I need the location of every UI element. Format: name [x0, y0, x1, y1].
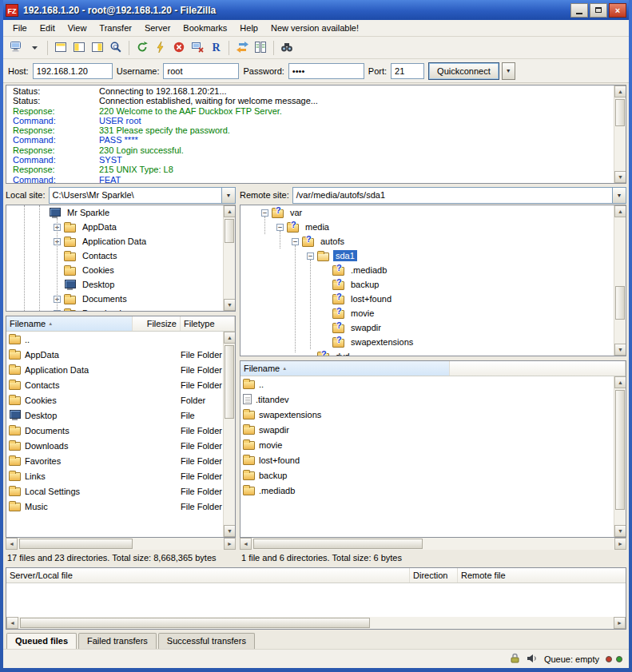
- local-site-combo[interactable]: C:\Users\Mr Sparkle\ ▼: [49, 187, 236, 204]
- tree-item-dvd[interactable]: ?dvd: [240, 349, 626, 356]
- file-row-application-data[interactable]: Application DataFile Folder: [6, 362, 223, 377]
- process-queue-button[interactable]: [152, 39, 169, 57]
- file-row-links[interactable]: LinksFile Folder: [6, 468, 223, 483]
- menu-item-new-version-available[interactable]: New version available!: [264, 21, 365, 35]
- tab-failed-transfers[interactable]: Failed transfers: [78, 633, 157, 649]
- file-row-appdata[interactable]: AppDataFile Folder: [6, 347, 223, 362]
- file-row-desktop[interactable]: DesktopFile: [6, 408, 223, 423]
- column-header-filetype[interactable]: Filetype: [181, 316, 235, 331]
- scroll-track[interactable]: [18, 617, 614, 629]
- file-row-swapextensions[interactable]: swapextensions: [240, 407, 614, 422]
- collapse-icon[interactable]: −: [261, 209, 268, 217]
- file-row-movie[interactable]: movie: [240, 437, 614, 452]
- tree-item-contacts[interactable]: Contacts: [6, 249, 235, 263]
- site-manager-button[interactable]: [7, 39, 25, 57]
- column-header-server-local-file[interactable]: Server/Local file: [6, 568, 410, 583]
- refresh-button[interactable]: [133, 39, 151, 57]
- column-header-filesize[interactable]: Filesize: [133, 316, 181, 331]
- remote-horizontal-scrollbar[interactable]: ◄ ►: [240, 538, 626, 550]
- tree-item-appdata[interactable]: +AppData: [6, 220, 235, 234]
- scroll-left-icon[interactable]: ◄: [6, 617, 18, 629]
- scroll-track[interactable]: [18, 538, 224, 550]
- remote-tree-scrollbar[interactable]: ▲ ▼: [614, 205, 626, 356]
- file-row-mediadb[interactable]: .mediadb: [240, 483, 614, 498]
- log-scrollbar[interactable]: ▲ ▼: [614, 85, 626, 183]
- directory-comparison-button[interactable]: [233, 39, 251, 57]
- title-bar[interactable]: FZ 192.168.1.20 - root@192.168.1.20 - Fi…: [3, 0, 629, 20]
- remote-list-scrollbar[interactable]: ▲ ▼: [614, 376, 626, 537]
- tree-item-var[interactable]: −?var: [240, 205, 626, 220]
- tree-item-lost-found[interactable]: ?lost+found: [240, 292, 626, 306]
- file-row-titandev[interactable]: .titandev: [240, 392, 614, 407]
- menu-item-server[interactable]: Server: [138, 21, 177, 35]
- scroll-track[interactable]: [252, 538, 614, 550]
- tree-item-media[interactable]: −?media: [240, 220, 626, 234]
- scroll-up-icon[interactable]: ▲: [614, 85, 626, 97]
- tab-queued-files[interactable]: Queued files: [6, 633, 77, 649]
- scroll-down-icon[interactable]: ▼: [224, 299, 236, 311]
- port-input[interactable]: [391, 63, 424, 79]
- remote-site-combo[interactable]: /var/media/autofs/sda1 ▼: [292, 187, 626, 204]
- menu-item-help[interactable]: Help: [233, 21, 264, 35]
- column-header-direction[interactable]: Direction: [410, 568, 458, 583]
- scroll-up-icon[interactable]: ▲: [224, 332, 236, 344]
- quickconnect-dropdown-button[interactable]: ▼: [502, 62, 515, 80]
- scroll-thumb[interactable]: [20, 618, 370, 628]
- tree-item-swapdir[interactable]: ?swapdir: [240, 320, 626, 335]
- tree-item-cookies[interactable]: Cookies: [6, 263, 235, 277]
- disconnect-button[interactable]: [189, 39, 206, 57]
- tree-item-movie[interactable]: ?movie: [240, 306, 626, 320]
- scroll-thumb[interactable]: [225, 345, 234, 419]
- scroll-thumb[interactable]: [19, 539, 133, 549]
- menu-item-edit[interactable]: Edit: [34, 21, 62, 35]
- tree-item-swapextensions[interactable]: ?swapextensions: [240, 335, 626, 349]
- scroll-down-icon[interactable]: ▼: [614, 525, 626, 537]
- scroll-right-icon[interactable]: ►: [614, 617, 626, 629]
- column-header-filename[interactable]: Filename▲: [240, 361, 450, 376]
- tree-item-backup[interactable]: ?backup: [240, 277, 626, 292]
- file-row-documents[interactable]: DocumentsFile Folder: [6, 423, 223, 438]
- file-row-up[interactable]: ..: [6, 332, 223, 347]
- file-row-music[interactable]: MusicFile Folder: [6, 499, 223, 514]
- tree-item-desktop[interactable]: Desktop: [6, 277, 235, 292]
- queue-horizontal-scrollbar[interactable]: ◄ ►: [6, 617, 626, 629]
- log-view-toggle-button[interactable]: [52, 39, 70, 57]
- scroll-thumb[interactable]: [615, 99, 625, 126]
- scroll-down-icon[interactable]: ▼: [614, 344, 626, 356]
- remote-site-dropdown-icon[interactable]: ▼: [612, 188, 626, 203]
- tree-item-sda1[interactable]: −sda1: [240, 249, 626, 263]
- username-input[interactable]: [163, 63, 239, 79]
- close-button[interactable]: ×: [609, 3, 626, 18]
- scroll-up-icon[interactable]: ▲: [614, 376, 626, 388]
- password-input[interactable]: [288, 63, 364, 79]
- scroll-thumb[interactable]: [615, 286, 625, 320]
- file-row-contacts[interactable]: ContactsFile Folder: [6, 377, 223, 392]
- local-horizontal-scrollbar[interactable]: ◄ ►: [6, 538, 236, 550]
- maximize-button[interactable]: [590, 3, 607, 18]
- quickconnect-button[interactable]: Quickconnect: [428, 62, 499, 80]
- local-tree-scrollbar[interactable]: ▲ ▼: [223, 205, 235, 311]
- scroll-thumb[interactable]: [615, 390, 625, 510]
- scroll-down-icon[interactable]: ▼: [224, 525, 236, 537]
- column-header-remote-file[interactable]: Remote file: [458, 568, 626, 583]
- scroll-left-icon[interactable]: ◄: [240, 538, 252, 550]
- scroll-track[interactable]: [224, 344, 235, 525]
- menu-item-transfer[interactable]: Transfer: [93, 21, 138, 35]
- remote-tree-toggle-button[interactable]: [89, 39, 106, 57]
- reconnect-button[interactable]: R: [207, 39, 225, 57]
- column-header-filename[interactable]: Filename▲: [6, 316, 133, 331]
- tree-item-downloads[interactable]: +Downloads: [6, 306, 235, 312]
- collapse-icon[interactable]: −: [307, 252, 314, 260]
- site-manager-dropdown-button[interactable]: [26, 39, 43, 57]
- scroll-down-icon[interactable]: ▼: [614, 171, 626, 183]
- file-row-swapdir[interactable]: swapdir: [240, 422, 614, 437]
- tree-item-autofs[interactable]: −?autofs: [240, 234, 626, 249]
- scroll-track[interactable]: [614, 217, 626, 344]
- file-row-favorites[interactable]: FavoritesFile Folder: [6, 453, 223, 468]
- collapse-icon[interactable]: −: [292, 238, 299, 245]
- tree-item-application-data[interactable]: +Application Data: [6, 234, 235, 249]
- tab-successful-transfers[interactable]: Successful transfers: [158, 633, 255, 649]
- collapse-icon[interactable]: −: [276, 224, 284, 231]
- tree-item-mr-sparkle[interactable]: Mr Sparkle: [6, 205, 235, 220]
- menu-item-file[interactable]: File: [6, 21, 34, 35]
